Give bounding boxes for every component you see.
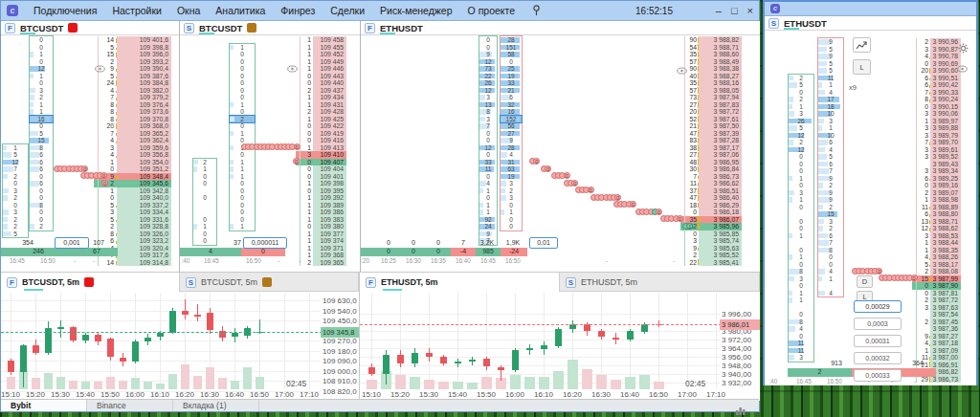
size-cell[interactable]: 1 xyxy=(300,194,313,202)
step-option-input[interactable]: 0,00033 xyxy=(854,369,902,382)
price-step-input[interactable]: 0,01 xyxy=(529,237,558,249)
size-cell[interactable]: 20 xyxy=(916,67,930,75)
ask-price-cell[interactable]: 3 989,25 xyxy=(930,175,961,183)
size-cell[interactable]: 1 xyxy=(916,118,930,125)
size-cell[interactable]: 2 xyxy=(916,38,930,46)
size-cell[interactable]: 0 xyxy=(300,122,313,130)
size-cell[interactable]: 27 xyxy=(684,101,699,109)
size-cell[interactable]: 0 xyxy=(98,194,116,202)
bid-price-cell[interactable]: 109 398 xyxy=(313,180,346,187)
bid-price-cell[interactable]: 109 389 xyxy=(313,202,346,209)
size-cell[interactable]: 3 xyxy=(916,304,930,312)
menu-item-финрез[interactable]: Финрез xyxy=(273,5,323,16)
size-cell[interactable]: 3 xyxy=(916,124,930,132)
size-cell[interactable]: 11 xyxy=(684,180,699,187)
size-cell[interactable]: 1 xyxy=(300,36,313,44)
ask-price-cell[interactable]: 109 455 xyxy=(313,44,346,52)
size-cell[interactable]: 8 xyxy=(98,101,116,109)
size-cell[interactable]: 4 xyxy=(916,253,930,261)
size-cell[interactable]: 2 xyxy=(916,296,930,304)
ask-price-cell[interactable]: 3 987,83 xyxy=(699,101,742,109)
size-cell[interactable] xyxy=(916,311,930,318)
ask-price-cell[interactable]: 3 988,82 xyxy=(699,36,742,44)
bid-price-cell[interactable]: 3 985,52 xyxy=(699,252,742,259)
ask-price-cell[interactable]: 109 416 xyxy=(313,137,346,144)
size-cell[interactable]: 20 xyxy=(98,122,116,130)
ask-price-cell[interactable]: 109 434 xyxy=(313,94,346,101)
size-cell[interactable]: 1 xyxy=(300,144,313,152)
size-cell[interactable]: 0 xyxy=(916,103,930,111)
size-cell[interactable]: 6 xyxy=(916,75,930,82)
bid-price-cell[interactable]: 109 380 xyxy=(313,223,346,230)
ask-price-cell[interactable]: 3 988,44 xyxy=(930,239,961,247)
size-cell[interactable]: 90 xyxy=(684,36,699,44)
ask-price-cell[interactable]: 109 387,6 xyxy=(117,73,171,80)
bid-price-cell[interactable]: 3 985,85 xyxy=(699,230,742,238)
ask-price-cell[interactable]: 109 356,8 xyxy=(117,151,171,159)
size-cell[interactable]: 7 xyxy=(916,139,930,146)
bid-price-cell[interactable]: 3 985,41 xyxy=(699,259,742,267)
ask-price-cell[interactable]: 109 446 xyxy=(313,65,346,73)
size-cell[interactable]: 1 xyxy=(300,94,313,101)
pin-icon[interactable] xyxy=(532,5,541,16)
taskbar-tab-binance[interactable]: Binance xyxy=(87,400,173,411)
ask-price-cell[interactable]: 3 986,07 xyxy=(699,216,742,224)
bid-price-cell[interactable]: 109 377 xyxy=(313,230,346,238)
ask-price-cell[interactable]: 3 988,60 xyxy=(699,51,742,58)
ask-price-cell[interactable]: 109 425 xyxy=(313,116,346,123)
ask-price-cell[interactable]: 3 988,05 xyxy=(699,87,742,95)
ask-price-cell[interactable]: 109 379,2 xyxy=(117,94,171,101)
ask-price-cell[interactable]: 109 398,8 xyxy=(117,44,171,52)
ask-price-cell[interactable]: 3 988,38 xyxy=(699,65,742,73)
ask-price-cell[interactable]: 109 431 xyxy=(313,101,346,109)
bid-price-cell[interactable]: 109 326,0 xyxy=(117,230,171,238)
ask-price-cell[interactable]: 3 989,43 xyxy=(930,161,961,168)
bid-price-cell[interactable]: 3 987,18 xyxy=(930,340,961,347)
bid-price-cell[interactable]: 3 985,96 xyxy=(699,223,742,230)
ask-price-cell[interactable]: 109 458 xyxy=(313,36,346,44)
ask-price-cell[interactable]: 3 989,34 xyxy=(930,167,961,175)
size-cell[interactable]: 5 xyxy=(98,202,116,209)
bid-price-cell[interactable]: 3 986,73 xyxy=(930,376,961,384)
price-step-input[interactable]: 0,001 xyxy=(55,237,89,249)
bid-price-cell[interactable]: 3 987,90 xyxy=(930,282,961,290)
ask-price-cell[interactable]: 109 359,6 xyxy=(117,144,171,152)
price-step-input[interactable]: 0,000011 xyxy=(243,237,287,249)
bid-price-cell[interactable]: 109 345,6 xyxy=(117,180,171,187)
bid-price-cell[interactable]: 109 328,8 xyxy=(117,223,171,230)
size-cell[interactable]: 35 xyxy=(684,51,699,58)
ask-price-cell[interactable]: 3 988,89 xyxy=(930,204,961,211)
size-cell[interactable]: 0 xyxy=(300,165,313,173)
bid-price-cell[interactable]: 109 407 xyxy=(313,159,346,166)
size-cell[interactable]: 7 xyxy=(98,130,116,138)
ask-price-cell[interactable]: 109 384,8 xyxy=(117,79,171,87)
chart-tab-btcusdt-5m[interactable]: FBTCUSDT, 5m xyxy=(1,273,180,292)
size-cell[interactable]: 4 xyxy=(916,53,930,60)
bid-price-cell[interactable]: 109 342,8 xyxy=(117,187,171,195)
ask-price-cell[interactable]: 3 987,06 xyxy=(699,151,742,159)
ask-price-cell[interactable]: 3 987,28 xyxy=(699,137,742,144)
size-cell[interactable]: 48 xyxy=(684,159,699,166)
size-cell[interactable]: 1 xyxy=(300,208,313,216)
ask-price-cell[interactable]: 3 986,40 xyxy=(699,194,742,202)
size-cell[interactable]: 0 xyxy=(300,159,313,166)
ask-price-cell[interactable]: 3 986,62 xyxy=(699,180,742,187)
size-cell[interactable]: 47 xyxy=(684,130,699,138)
size-cell[interactable]: 0 xyxy=(916,282,930,290)
size-cell[interactable]: 0 xyxy=(684,230,699,238)
size-cell[interactable]: 2 xyxy=(300,87,313,95)
size-cell[interactable]: 8 xyxy=(98,108,116,116)
eye-icon[interactable] xyxy=(957,59,969,68)
ask-price-cell[interactable]: 3 988,80 xyxy=(930,210,961,218)
size-cell[interactable]: 1 xyxy=(300,180,313,187)
step-option-input[interactable]: 0,00032 xyxy=(854,352,902,364)
ask-price-cell[interactable]: 3 989,88 xyxy=(930,124,961,132)
menu-item-риск-менеджер[interactable]: Риск-менеджер xyxy=(372,5,460,16)
ask-price-cell[interactable]: 3 988,71 xyxy=(930,218,961,226)
size-cell[interactable]: 1 xyxy=(300,58,313,66)
size-cell[interactable]: 2 xyxy=(300,108,313,116)
ask-price-cell[interactable]: 3 990,87 xyxy=(930,46,961,54)
ask-price-cell[interactable]: 109 351,2 xyxy=(117,165,171,173)
size-cell[interactable]: 15 xyxy=(98,51,116,58)
ask-price-cell[interactable]: 3 988,27 xyxy=(699,73,742,80)
